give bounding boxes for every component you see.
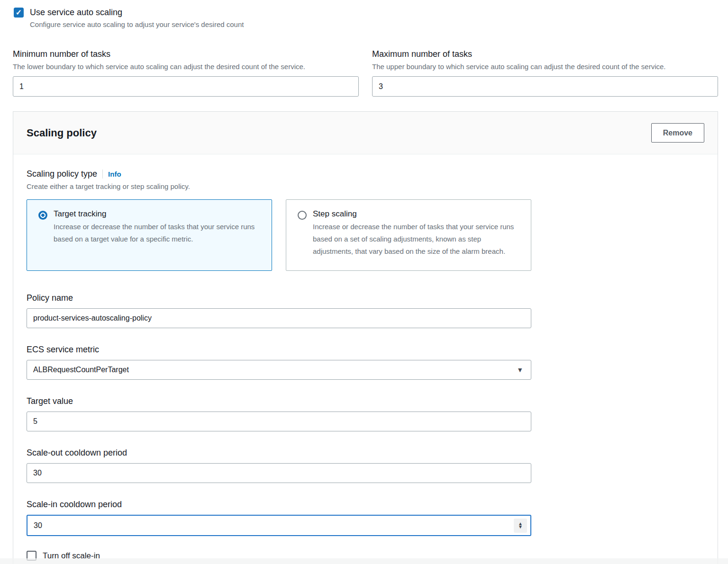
scaling-policy-card: Scaling policy Remove Scaling policy typ… xyxy=(13,111,718,564)
scale-in-cooldown-group: Scale-in cooldown period ▲ ▼ xyxy=(27,500,531,536)
scaling-policy-type-group: Scaling policy type Info Create either a… xyxy=(27,169,531,271)
scaling-policy-header: Scaling policy Remove xyxy=(13,112,718,154)
maximum-tasks-input[interactable] xyxy=(372,76,718,97)
scale-out-cooldown-label: Scale-out cooldown period xyxy=(27,448,531,458)
radio-selected-icon[interactable] xyxy=(38,211,47,220)
target-value-label: Target value xyxy=(27,396,531,406)
scale-out-cooldown-input[interactable] xyxy=(27,463,531,483)
scaling-policy-type-description: Create either a target tracking or step … xyxy=(27,182,531,190)
scaling-policy-type-label: Scaling policy type xyxy=(27,169,97,179)
maximum-tasks-group: Maximum number of tasks The upper bounda… xyxy=(372,49,718,97)
target-tracking-title: Target tracking xyxy=(54,209,261,219)
use-service-auto-scaling-label[interactable]: Use service auto scaling xyxy=(30,8,122,18)
scale-in-cooldown-label: Scale-in cooldown period xyxy=(27,500,531,510)
number-stepper-icon[interactable]: ▲ ▼ xyxy=(514,519,527,533)
service-auto-scaling-section: ✓ Use service auto scaling Configure ser… xyxy=(0,0,728,28)
target-value-group: Target value xyxy=(27,396,531,431)
target-tracking-tile[interactable]: Target tracking Increase or decrease the… xyxy=(27,199,272,271)
label-divider xyxy=(102,170,103,179)
ecs-service-metric-value: ALBRequestCountPerTarget xyxy=(33,366,129,374)
step-scaling-description: Increase or decrease the number of tasks… xyxy=(313,221,520,258)
use-service-auto-scaling-checkbox[interactable]: ✓ xyxy=(14,8,24,18)
policy-name-group: Policy name xyxy=(27,293,531,328)
checkbox-check-icon: ✓ xyxy=(16,9,22,17)
maximum-tasks-label: Maximum number of tasks xyxy=(372,49,718,59)
target-tracking-description: Increase or decrease the number of tasks… xyxy=(54,221,261,245)
task-bounds-row: Minimum number of tasks The lower bounda… xyxy=(13,49,718,97)
caret-down-icon: ▼ xyxy=(517,367,523,373)
remove-button[interactable]: Remove xyxy=(651,123,704,143)
use-service-auto-scaling-description: Configure service auto scaling to adjust… xyxy=(30,20,718,28)
minimum-tasks-description: The lower boundary to which service auto… xyxy=(13,63,359,71)
radio-unselected-icon[interactable] xyxy=(298,211,307,220)
scale-in-cooldown-input[interactable] xyxy=(27,515,531,536)
target-value-input[interactable] xyxy=(27,412,531,431)
minimum-tasks-input[interactable] xyxy=(13,76,359,97)
turn-off-scale-in-label[interactable]: Turn off scale-in xyxy=(43,551,100,561)
stepper-down-icon[interactable]: ▼ xyxy=(518,526,523,528)
policy-name-input[interactable] xyxy=(27,308,531,328)
step-scaling-tile[interactable]: Step scaling Increase or decrease the nu… xyxy=(286,199,531,271)
ecs-service-metric-label: ECS service metric xyxy=(27,345,531,355)
turn-off-scale-in-checkbox[interactable] xyxy=(27,551,36,561)
turn-off-scale-in-group: Turn off scale-in xyxy=(27,551,531,561)
minimum-tasks-label: Minimum number of tasks xyxy=(13,49,359,59)
ecs-service-metric-group: ECS service metric ALBRequestCountPerTar… xyxy=(27,345,531,380)
ecs-service-metric-select[interactable]: ALBRequestCountPerTarget ▼ xyxy=(27,360,531,380)
info-link[interactable]: Info xyxy=(108,170,121,178)
minimum-tasks-group: Minimum number of tasks The lower bounda… xyxy=(13,49,359,97)
policy-name-label: Policy name xyxy=(27,293,531,303)
scale-out-cooldown-group: Scale-out cooldown period xyxy=(27,448,531,483)
step-scaling-title: Step scaling xyxy=(313,209,520,219)
maximum-tasks-description: The upper boundary to which service auto… xyxy=(372,63,718,71)
scaling-policy-title: Scaling policy xyxy=(27,127,97,139)
